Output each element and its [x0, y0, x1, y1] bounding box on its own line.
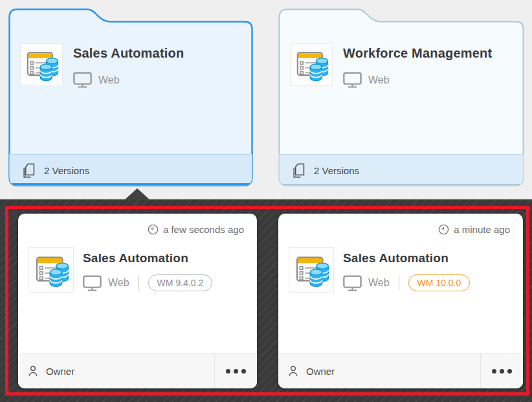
dot: [492, 369, 496, 374]
application-icon: [293, 251, 330, 289]
version-badge: WM 10.0.0: [408, 274, 471, 291]
versions-icon: [293, 163, 305, 178]
owner-cell: Owner: [18, 354, 214, 388]
timestamp: a few seconds ago: [148, 224, 244, 235]
application-icon: [32, 251, 70, 289]
folder-title: Sales Automation: [73, 46, 184, 61]
app-icon: [20, 43, 63, 86]
platform-label: Web: [368, 74, 390, 86]
dot: [241, 369, 246, 374]
panel-pointer-arrow: [124, 188, 150, 200]
versions-footer: 2 Versions: [293, 154, 359, 186]
versions-footer: 2 Versions: [23, 154, 89, 186]
monitor-icon: [343, 275, 362, 291]
owner-label: Owner: [46, 366, 74, 377]
version-card-wm-9402[interactable]: a few seconds ago: [18, 214, 257, 388]
separator: [399, 275, 399, 291]
app-folders-screen: Sales Automation Web 2 Versions: [0, 0, 532, 402]
timestamp-label: a minute ago: [454, 224, 510, 235]
timestamp: a minute ago: [438, 224, 510, 235]
monitor-icon: [73, 72, 92, 88]
app-icon: [28, 247, 74, 293]
person-icon: [27, 365, 39, 377]
version-card-footer: Owner: [278, 353, 523, 388]
clock-icon: [438, 224, 449, 235]
version-card-footer: Owner: [18, 353, 257, 388]
dot: [234, 369, 238, 374]
version-card-title: Sales Automation: [83, 251, 188, 265]
person-icon: [287, 365, 299, 377]
monitor-icon: [83, 275, 102, 291]
more-options-button[interactable]: [214, 354, 257, 388]
version-card-title: Sales Automation: [343, 251, 449, 265]
owner-cell: Owner: [278, 354, 480, 388]
dot: [507, 369, 512, 374]
monitor-icon: [343, 72, 362, 88]
versions-count-label: 2 Versions: [44, 165, 89, 176]
folder-card-workforce-management[interactable]: Workforce Management Web 2 Versions: [278, 8, 524, 186]
platform-label: Web: [108, 277, 129, 289]
more-options-button[interactable]: [480, 354, 523, 388]
version-badge: WM 9.4.0.2: [148, 274, 213, 291]
folder-title: Workforce Management: [343, 46, 492, 61]
version-card-wm-1000[interactable]: a minute ago: [278, 214, 523, 388]
platform-label: Web: [98, 74, 120, 86]
platform-label: Web: [368, 277, 390, 289]
versions-count-label: 2 Versions: [314, 165, 359, 176]
dot: [500, 369, 504, 374]
owner-label: Owner: [306, 366, 335, 377]
dot: [226, 369, 230, 374]
app-icon: [290, 43, 333, 86]
application-icon: [23, 47, 60, 83]
versions-icon: [23, 163, 35, 178]
folder-card-sales-automation[interactable]: Sales Automation Web 2 Versions: [8, 8, 253, 186]
application-icon: [293, 47, 329, 83]
timestamp-label: a few seconds ago: [163, 224, 244, 235]
clock-icon: [148, 224, 159, 235]
app-icon: [289, 247, 334, 293]
separator: [139, 275, 139, 291]
